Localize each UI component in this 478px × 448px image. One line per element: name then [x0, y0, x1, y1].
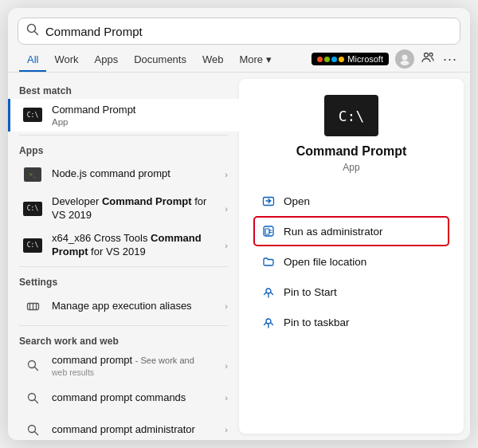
- open-location-button[interactable]: Open file location: [253, 246, 449, 277]
- settings-label: Settings: [8, 270, 239, 290]
- tab-all[interactable]: All: [19, 50, 46, 72]
- tab-web[interactable]: Web: [194, 50, 232, 72]
- web-search-subtitle-1: web results: [52, 367, 217, 377]
- app-item-title-2: Developer Command Prompt for VS 2019: [52, 195, 217, 222]
- chevron-right-icon-2: ›: [225, 204, 228, 214]
- best-match-subtitle: App: [52, 117, 228, 127]
- gear-icon: [22, 295, 44, 317]
- list-item[interactable]: command prompt administrator ›: [8, 414, 239, 440]
- tab-work[interactable]: Work: [46, 50, 86, 72]
- svg-line-13: [34, 399, 37, 403]
- web-search-text-3: command prompt administrator: [52, 423, 217, 437]
- ms-dot-red: [317, 57, 323, 62]
- search-web-label: Search work and web: [8, 329, 239, 349]
- best-match-item[interactable]: C:\ Command Prompt App: [8, 99, 239, 132]
- tab-apps[interactable]: Apps: [87, 50, 127, 72]
- list-item[interactable]: command prompt - See work and web result…: [8, 349, 239, 382]
- cmd-icon-box-3: C:\: [23, 238, 42, 253]
- cmd-icon-3: C:\: [22, 234, 44, 257]
- app-large-icon: C:\: [324, 95, 378, 136]
- pin-taskbar-icon: [261, 315, 276, 329]
- web-search-icon-2: [22, 387, 44, 409]
- chevron-right-icon: ›: [225, 170, 228, 179]
- pin-start-button[interactable]: Pin to Start: [253, 277, 449, 307]
- svg-line-1: [35, 32, 38, 35]
- web-search-icon-1: [22, 355, 44, 377]
- ms-dot-blue: [331, 57, 337, 62]
- svg-line-11: [34, 367, 37, 371]
- svg-line-15: [34, 431, 37, 434]
- tabs-row: All Work Apps Documents Web More ▾ Micro…: [8, 45, 470, 73]
- list-item[interactable]: Manage app execution aliases ›: [8, 290, 239, 322]
- web-search-title-2: command prompt commands: [52, 391, 217, 405]
- list-item[interactable]: C:\ Developer Command Prompt for VS 2019…: [8, 191, 239, 227]
- app-item-title-3: x64_x86 Cross Tools Command Prompt for V…: [52, 232, 217, 259]
- svg-rect-18: [265, 229, 269, 234]
- search-input[interactable]: [45, 25, 452, 38]
- app-name-large: Command Prompt: [296, 144, 407, 159]
- action-list: Open Run as administrator: [253, 186, 449, 337]
- left-panel: Best match C:\ Command Prompt App Apps: [8, 73, 239, 440]
- open-location-label: Open file location: [284, 256, 366, 268]
- ms-dot-green: [324, 57, 330, 62]
- app-item-title: Node.js command prompt: [52, 167, 217, 181]
- svg-point-20: [266, 319, 271, 324]
- chevron-right-icon-w1: ›: [225, 361, 228, 371]
- right-panel: C:\ Command Prompt App Open: [239, 79, 464, 434]
- run-admin-label: Run as administrator: [284, 226, 383, 238]
- pin-start-label: Pin to Start: [284, 286, 337, 298]
- best-match-icon: C:\: [22, 104, 44, 126]
- ms-dot-yellow: [339, 57, 344, 62]
- pin-start-icon: [261, 285, 276, 299]
- web-search-title-1: command prompt - See work and: [52, 354, 217, 367]
- divider-2: [19, 266, 228, 267]
- app-type-label: App: [343, 162, 359, 173]
- node-icon: >_: [22, 163, 44, 186]
- list-item[interactable]: C:\ x64_x86 Cross Tools Command Prompt f…: [8, 227, 239, 264]
- apps-label: Apps: [8, 139, 239, 159]
- pin-taskbar-button[interactable]: Pin to taskbar: [253, 307, 449, 337]
- web-search-icon-3: [22, 419, 44, 440]
- chevron-right-icon-s: ›: [225, 301, 228, 311]
- people-icon[interactable]: [421, 50, 435, 68]
- pin-taskbar-label: Pin to taskbar: [284, 316, 350, 328]
- more-options-button[interactable]: ···: [441, 51, 459, 68]
- svg-point-3: [400, 61, 409, 65]
- chevron-right-icon-w2: ›: [225, 393, 228, 403]
- web-search-text-1: command prompt - See work and web result…: [52, 354, 217, 377]
- node-icon-box: >_: [24, 167, 41, 182]
- cmd-icon-box: C:\: [23, 202, 42, 216]
- settings-item-text: Manage app execution aliases: [52, 300, 217, 313]
- app-item-text-2: Developer Command Prompt for VS 2019: [52, 195, 217, 222]
- best-match-text: Command Prompt App: [52, 104, 228, 127]
- cmd-icon: C:\: [23, 108, 42, 122]
- svg-point-19: [266, 289, 271, 293]
- best-match-label: Best match: [8, 79, 239, 99]
- divider-3: [19, 325, 228, 326]
- open-icon: [261, 194, 276, 208]
- list-item[interactable]: command prompt commands ›: [8, 382, 239, 414]
- divider-1: [19, 135, 228, 136]
- ms-logo: [317, 57, 344, 62]
- tabs-right: Microsoft ···: [311, 49, 459, 72]
- run-as-admin-button[interactable]: Run as administrator: [253, 216, 449, 246]
- best-match-title: Command Prompt: [52, 104, 228, 117]
- tab-documents[interactable]: Documents: [126, 50, 194, 72]
- tab-more[interactable]: More ▾: [231, 50, 279, 72]
- chevron-right-icon-3: ›: [225, 241, 228, 250]
- svg-point-4: [424, 53, 428, 57]
- microsoft-badge: Microsoft: [311, 53, 389, 65]
- chevron-right-icon-w3: ›: [225, 425, 228, 434]
- open-label: Open: [284, 195, 310, 207]
- search-panel: All Work Apps Documents Web More ▾ Micro…: [8, 8, 470, 440]
- list-item[interactable]: >_ Node.js command prompt ›: [8, 159, 239, 191]
- folder-icon: [261, 254, 276, 269]
- avatar[interactable]: [395, 49, 414, 69]
- web-search-title-3: command prompt administrator: [52, 423, 217, 437]
- app-preview: C:\ Command Prompt App: [253, 95, 449, 173]
- cmd-icon-2: C:\: [22, 198, 44, 220]
- search-bar: [18, 18, 460, 45]
- svg-point-5: [429, 53, 433, 57]
- settings-item-title: Manage app execution aliases: [52, 300, 217, 313]
- open-button[interactable]: Open: [253, 186, 449, 216]
